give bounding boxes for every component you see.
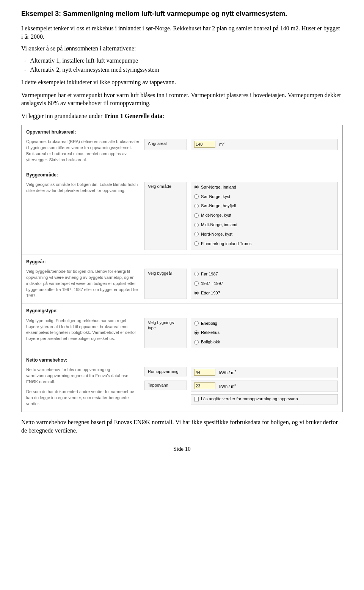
label-tappevann: Tappevann <box>144 381 187 390</box>
unit-m2: m2 <box>219 141 224 147</box>
radio-midt-norge-kyst[interactable]: Midt-Norge, kyst <box>194 212 334 219</box>
page-title: Eksempel 3: Sammenligning mellom luft-lu… <box>21 9 343 18</box>
alternative-1: Alternativ 1, installere luft-luft varme… <box>30 57 343 65</box>
input-romoppvarming[interactable] <box>194 369 215 376</box>
section-heading-bygningstype: Bygningstype: <box>26 308 338 314</box>
radio-nord-norge-kyst[interactable]: Nord-Norge, kyst <box>194 231 334 238</box>
radio-enebolig[interactable]: Enebolig <box>194 320 334 327</box>
section-bruksareal: Oppvarmet bruksareal: Oppvarmet bruksare… <box>22 125 342 168</box>
section-heading-byggear: Byggeår: <box>26 259 338 265</box>
paragraph-tappevann: I dette eksempelet inkluderer vi ikke op… <box>21 78 343 87</box>
desc-byggear: Velg byggeår/periode for boligen din. Be… <box>26 269 140 299</box>
desc-varmebehov: Netto varmebehov for hhv romoppvarming o… <box>26 367 140 407</box>
alternatives-list: Alternativ 1, installere luft-luft varme… <box>30 57 343 74</box>
section-varmebehov: Netto varmebehov: Netto varmebehov for h… <box>22 353 342 412</box>
label-velg-omrade: Velg område <box>144 182 187 250</box>
checkbox-lock-values[interactable] <box>194 397 199 401</box>
radio-etter-1997[interactable]: Etter 1997 <box>194 289 334 297</box>
unit-kwh-m2-tappe: kWh / m2 <box>219 383 236 389</box>
page-number: Side 10 <box>21 445 343 453</box>
section-byggear: Byggeår: Velg byggeår/periode for bolige… <box>22 255 342 304</box>
radio-group-omrade: Sør-Norge, innland Sør-Norge, kyst Sør-N… <box>191 182 338 250</box>
radio-1987-1997[interactable]: 1987 - 1997 <box>194 280 334 287</box>
radio-boligblokk[interactable]: Boligblokk <box>194 338 334 346</box>
radio-group-byggear: Før 1987 1987 - 1997 Etter 1997 <box>191 269 338 299</box>
input-bruksareal[interactable] <box>194 141 215 148</box>
radio-sor-norge-hoyfjell[interactable]: Sør-Norge, høyfjell <box>194 202 334 209</box>
input-tappevann[interactable] <box>194 382 215 389</box>
radio-sor-norge-innland[interactable]: Sør-Norge, innland <box>194 184 334 191</box>
section-heading-varmebehov: Netto varmebehov: <box>26 357 338 363</box>
desc-bygningstype: Velg type bolig. Eneboliger og rekkehus … <box>26 318 140 342</box>
field-bruksareal: m2 <box>191 139 338 150</box>
label-angi-areal: Angi areal <box>144 139 187 150</box>
paragraph-grunndata-note: Netto varmebehov beregnes basert på Enov… <box>21 418 343 434</box>
intro-paragraph-1: I eksempelet tenker vi oss et rekkehus i… <box>21 24 343 41</box>
desc-byggeomrade: Velg geografisk område for boligen din. … <box>26 182 140 194</box>
intro-paragraph-2: Vi ønsker å se på lønnsomheten i alterna… <box>21 44 343 53</box>
radio-midt-norge-innland[interactable]: Midt-Norge, innland <box>194 221 334 228</box>
radio-for-1987[interactable]: Før 1987 <box>194 271 334 278</box>
section-heading-byggeomrade: Byggeområde: <box>26 172 338 178</box>
label-lock-values: Lås angitte verdier for romoppvarming og… <box>201 396 298 401</box>
field-romoppvarming: kWh / m2 <box>191 367 338 378</box>
label-velg-byggear: Velg byggeår <box>144 269 187 299</box>
paragraph-lead-in: Vi legger inn grunndataene under Trinn 1… <box>21 112 343 120</box>
label-velg-bygningstype: Velg bygnings- type <box>144 318 187 349</box>
unit-kwh-m2-rom: kWh / m2 <box>219 370 236 376</box>
section-bygningstype: Bygningstype: Velg type bolig. Enebolige… <box>22 304 342 353</box>
form-panel: Oppvarmet bruksareal: Oppvarmet bruksare… <box>21 125 343 412</box>
section-heading-bruksareal: Oppvarmet bruksareal: <box>26 129 338 135</box>
field-lock-values: Lås angitte verdier for romoppvarming og… <box>191 394 338 404</box>
label-romoppvarming: Romoppvarming <box>144 367 187 376</box>
radio-rekkehus[interactable]: Rekkehus <box>194 329 334 336</box>
section-byggeomrade: Byggeområde: Velg geografisk område for … <box>22 168 342 255</box>
field-tappevann: kWh / m2 <box>191 381 338 392</box>
radio-group-bygningstype: Enebolig Rekkehus Boligblokk <box>191 318 338 349</box>
paragraph-varmepumpe: Varmepumpen har et varmepunkt hvor varm … <box>21 91 343 107</box>
desc-bruksareal: Oppvarmet bruksareal (BRA) defineres som… <box>26 139 140 163</box>
alternative-2: Alternativ 2, nytt elvarmesystem med sty… <box>30 66 343 74</box>
radio-sor-norge-kyst[interactable]: Sør-Norge, kyst <box>194 193 334 200</box>
radio-finnmark-innland-troms[interactable]: Finnmark og innland Troms <box>194 240 334 247</box>
